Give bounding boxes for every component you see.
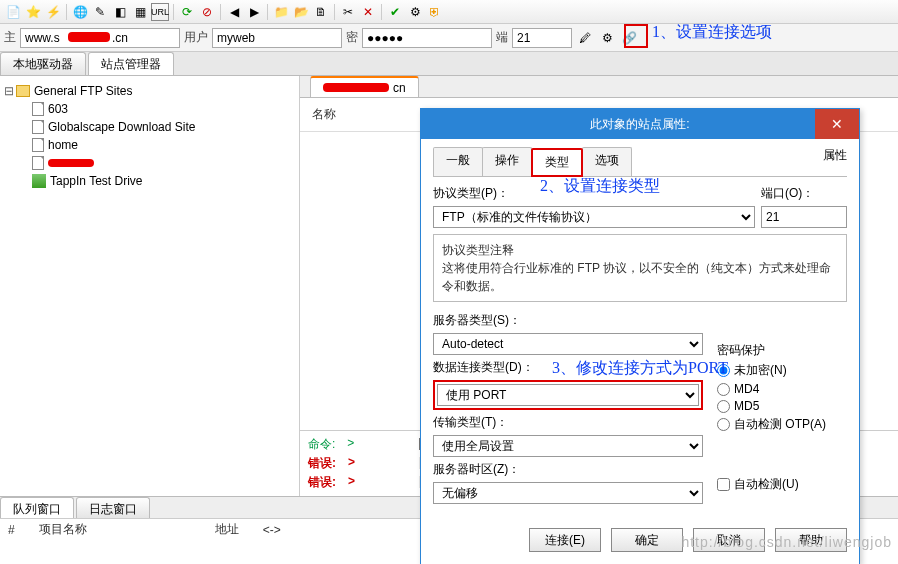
cube-icon[interactable]: ◧ (111, 3, 129, 21)
ok-button[interactable]: 确定 (611, 528, 683, 552)
left-tabs-row: 本地驱动器 站点管理器 (0, 52, 898, 76)
delete-icon[interactable]: ✕ (359, 3, 377, 21)
wand2-icon[interactable]: 🖉 (576, 29, 594, 47)
pass-input[interactable] (362, 28, 492, 48)
refresh-icon[interactable]: ⟳ (178, 3, 196, 21)
dlg-tab-action[interactable]: 操作 (482, 147, 532, 176)
dlg-tab-options[interactable]: 选项 (582, 147, 632, 176)
separator-icon (381, 4, 382, 20)
pwd-opt-md5[interactable]: MD5 (717, 399, 847, 413)
tree-item[interactable]: 603 (4, 100, 295, 118)
separator-icon (267, 4, 268, 20)
separator-icon (334, 4, 335, 20)
col-num[interactable]: # (8, 523, 15, 537)
site-properties-dialog: 此对象的站点属性: ✕ 属性 一般 操作 类型 选项 协议类型(P)： 端口(O… (420, 108, 860, 564)
pwd-opt-auto[interactable]: 自动检测 OTP(A) (717, 416, 847, 433)
file-icon (32, 102, 44, 116)
tab-log[interactable]: 日志窗口 (76, 497, 150, 518)
wand-icon[interactable]: ✎ (91, 3, 109, 21)
url-icon[interactable]: URL (151, 3, 169, 21)
close-button[interactable]: ✕ (815, 109, 859, 139)
protocol-select[interactable]: FTP（标准的文件传输协议） (433, 206, 755, 228)
settings-icon[interactable]: ⚙ (598, 29, 616, 47)
tz-label: 服务器时区(Z)： (433, 462, 520, 476)
transfer-type-label: 传输类型(T)： (433, 415, 508, 429)
pass-label: 密 (346, 29, 358, 46)
connect-icon[interactable]: 🔗 (620, 29, 638, 47)
dlg-tab-type[interactable]: 类型 (531, 148, 583, 177)
data-conn-label: 数据连接类型(D)： (433, 360, 534, 374)
tab-queue[interactable]: 队列窗口 (0, 497, 74, 518)
check-icon[interactable]: ✔ (386, 3, 404, 21)
separator-icon (66, 4, 67, 20)
file-icon (32, 156, 44, 170)
server-type-label: 服务器类型(S)： (433, 313, 521, 327)
bolt-icon[interactable]: ⚡ (44, 3, 62, 21)
pwd-opt-md4[interactable]: MD4 (717, 382, 847, 396)
tappin-icon (32, 174, 46, 188)
col-itemname[interactable]: 项目名称 (39, 521, 87, 538)
tab-remote-site[interactable]: cn (310, 76, 419, 97)
host-suffix: .cn (112, 31, 128, 45)
connection-bar: 主 .cn 用户 密 端 🖉 ⚙ 🔗 (0, 24, 898, 52)
tree-item[interactable]: home (4, 136, 295, 154)
user-input[interactable] (212, 28, 342, 48)
globe-icon[interactable]: 🌐 (71, 3, 89, 21)
gear-icon[interactable]: ⚙ (406, 3, 424, 21)
tz-auto-check[interactable]: 自动检测(U) (717, 476, 847, 493)
file-icon (32, 138, 44, 152)
server-type-select[interactable]: Auto-detect (433, 333, 703, 355)
folder-icon[interactable]: 📁 (272, 3, 290, 21)
dialog-title: 此对象的站点属性: (590, 116, 689, 133)
cut-icon[interactable]: ✂ (339, 3, 357, 21)
protocol-label: 协议类型(P)： (433, 186, 509, 200)
tab-local-drives[interactable]: 本地驱动器 (0, 52, 86, 75)
separator-icon (220, 4, 221, 20)
tree-item[interactable] (4, 154, 295, 172)
new-icon[interactable]: 📄 (4, 3, 22, 21)
separator-icon (173, 4, 174, 20)
back-icon[interactable]: ◀ (225, 3, 243, 21)
connect-button[interactable]: 连接(E) (529, 528, 601, 552)
shield-icon[interactable]: ⛨ (426, 3, 444, 21)
tab-site-manager[interactable]: 站点管理器 (88, 52, 174, 75)
forward-icon[interactable]: ▶ (245, 3, 263, 21)
transfer-type-select[interactable]: 使用全局设置 (433, 435, 703, 457)
dialog-tabs: 一般 操作 类型 选项 (433, 147, 847, 177)
tz-select[interactable]: 无偏移 (433, 482, 703, 504)
tree-item[interactable]: Globalscape Download Site (4, 118, 295, 136)
watermark: http://blog.csdn.net/liwengjob (681, 534, 892, 550)
dlg-tab-general[interactable]: 一般 (433, 147, 483, 176)
site-tree: ⊟ General FTP Sites 603 Globalscape Down… (0, 76, 300, 496)
star-icon[interactable]: ⭐ (24, 3, 42, 21)
tree-item[interactable]: TappIn Test Drive (4, 172, 295, 190)
port-label: 端 (496, 29, 508, 46)
pwd-protect-label: 密码保护 (717, 342, 847, 359)
dlg-port-label: 端口(O)： (761, 186, 814, 200)
col-attr: 属性 (823, 147, 847, 164)
port-input[interactable] (512, 28, 572, 48)
user-label: 用户 (184, 29, 208, 46)
protocol-note: 协议类型注释 这将使用符合行业标准的 FTP 协议，以不安全的（纯文本）方式来处… (433, 234, 847, 302)
folder-up-icon[interactable]: 📂 (292, 3, 310, 21)
col-dir[interactable]: <-> (263, 523, 281, 537)
doc-icon[interactable]: 🗎 (312, 3, 330, 21)
col-name[interactable]: 名称 (312, 107, 336, 121)
data-conn-select[interactable]: 使用 PORT (437, 384, 699, 406)
host-label: 主 (4, 29, 16, 46)
box-icon[interactable]: ▦ (131, 3, 149, 21)
file-icon (32, 120, 44, 134)
main-toolbar: 📄 ⭐ ⚡ 🌐 ✎ ◧ ▦ URL ⟳ ⊘ ◀ ▶ 📁 📂 🗎 ✂ ✕ ✔ ⚙ … (0, 0, 898, 24)
dialog-title-bar[interactable]: 此对象的站点属性: ✕ (421, 109, 859, 139)
pwd-opt-none[interactable]: 未加密(N) (717, 362, 847, 379)
stop-icon[interactable]: ⊘ (198, 3, 216, 21)
dlg-port-input[interactable] (761, 206, 847, 228)
col-addr[interactable]: 地址 (215, 521, 239, 538)
tree-root[interactable]: ⊟ General FTP Sites (4, 82, 295, 100)
folder-open-icon (16, 85, 30, 97)
